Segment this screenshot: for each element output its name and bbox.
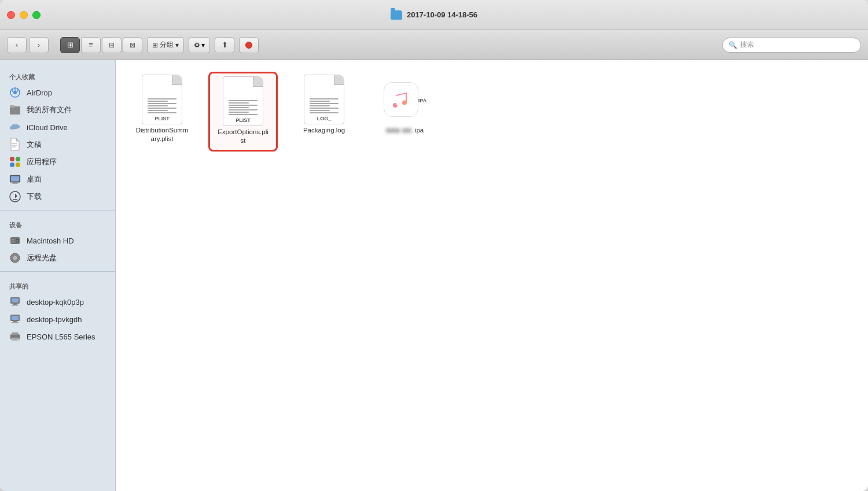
share-icon: ⬆ xyxy=(222,40,228,49)
folder-icon xyxy=(391,10,402,20)
svg-rect-29 xyxy=(12,305,19,306)
airdrop-icon xyxy=(9,87,21,98)
network-icon-2 xyxy=(9,313,21,325)
downloads-label: 下载 xyxy=(27,191,42,202)
minimize-button[interactable] xyxy=(20,11,28,19)
packaging-log-name: Packaging.log xyxy=(303,126,345,135)
svg-rect-32 xyxy=(13,321,17,322)
remote-disc-label: 远程光盘 xyxy=(27,253,57,263)
sidebar-divider-devices xyxy=(0,210,115,211)
icloud-label: iCloud Drive xyxy=(27,123,68,132)
desktop-tpvkgdh-label: desktop-tpvkgdh xyxy=(27,315,82,324)
view-columns-button[interactable]: ⊟ xyxy=(102,37,122,53)
plist-line xyxy=(229,102,249,104)
sidebar-item-applications[interactable]: 应用程序 xyxy=(0,153,115,171)
plist-line xyxy=(310,112,339,113)
distribution-summary-icon-wrapper: PLIST xyxy=(139,76,185,123)
devices-section-label: 设备 xyxy=(0,215,115,232)
svg-rect-36 xyxy=(12,338,19,341)
cover-icon: ⊠ xyxy=(130,41,135,49)
main-content: 个人收藏 AirDrop xyxy=(0,60,868,491)
sidebar-item-all-files[interactable]: 我的所有文件 xyxy=(0,101,115,119)
applications-icon xyxy=(9,156,21,168)
chevron-down-icon: ▾ xyxy=(175,41,179,49)
group-label: 分组 xyxy=(160,40,174,50)
sidebar-item-desktop-tpvkgdh[interactable]: desktop-tpvkgdh xyxy=(0,311,115,328)
file-item-distribution-summary[interactable]: PLIST DistributionSummary.plist xyxy=(127,72,197,152)
plist-line xyxy=(310,103,339,104)
forward-button[interactable]: › xyxy=(29,37,49,53)
view-cover-button[interactable]: ⊠ xyxy=(123,37,142,53)
file-item-ipa[interactable]: IPA ■■■.■■ .ipa xyxy=(370,72,440,152)
svg-rect-33 xyxy=(12,322,19,323)
ipa-icon-wrapper: IPA xyxy=(382,76,428,123)
macintosh-hd-label: Macintosh HD xyxy=(27,237,74,245)
downloads-icon xyxy=(9,191,21,202)
view-grid-button[interactable]: ⊞ xyxy=(60,37,80,53)
back-icon: ‹ xyxy=(16,40,18,49)
share-button[interactable]: ⬆ xyxy=(215,37,234,53)
desktop-icon xyxy=(9,173,21,185)
sidebar-item-documents[interactable]: 文稿 xyxy=(0,136,115,153)
epson-l565-label: EPSON L565 Series xyxy=(27,333,95,341)
documents-label: 文稿 xyxy=(27,139,42,150)
plist-line xyxy=(310,101,330,102)
airdrop-label: AirDrop xyxy=(27,88,52,97)
plist-line xyxy=(148,108,176,109)
sidebar-item-macintosh-hd[interactable]: Macintosh HD xyxy=(0,232,115,249)
tag-button[interactable] xyxy=(239,37,259,53)
view-list-button[interactable]: ≡ xyxy=(81,37,101,53)
plist-lines-2 xyxy=(229,100,258,115)
export-options-name: ExportOptions.plist xyxy=(218,128,269,145)
shared-section-label: 共享的 xyxy=(0,276,115,293)
plist-line xyxy=(310,108,339,109)
hd-icon xyxy=(9,235,21,246)
plist-line xyxy=(310,105,330,106)
plist-line xyxy=(229,112,249,113)
forward-icon: › xyxy=(38,40,40,49)
file-item-export-options[interactable]: PLIST ExportOptions.plist xyxy=(208,72,278,152)
search-bar[interactable]: 🔍 搜索 xyxy=(722,38,861,53)
grid-icon: ⊞ xyxy=(67,40,73,49)
ipa-icon xyxy=(384,82,418,117)
finder-window: 2017-10-09 14-18-56 ‹ › ⊞ ≡ ⊟ ⊠ xyxy=(0,0,868,491)
ipa-name-blurred: ■■■.■■ xyxy=(387,126,412,135)
settings-button[interactable]: ⚙ ▾ xyxy=(189,37,210,53)
sidebar-item-airdrop[interactable]: AirDrop xyxy=(0,84,115,101)
toolbar: ‹ › ⊞ ≡ ⊟ ⊠ ⊞ 分组 ▾ ⚙ xyxy=(0,30,868,60)
svg-rect-28 xyxy=(13,304,17,305)
svg-rect-2 xyxy=(10,106,20,115)
plist-line xyxy=(229,114,258,115)
disc-icon xyxy=(9,252,21,264)
plist-lines-1 xyxy=(148,98,176,113)
svg-point-25 xyxy=(14,257,16,259)
plist-line xyxy=(229,109,258,110)
svg-rect-39 xyxy=(385,83,417,116)
svg-rect-35 xyxy=(12,333,19,335)
log-lines xyxy=(310,98,339,113)
svg-rect-3 xyxy=(10,105,14,108)
all-files-label: 我的所有文件 xyxy=(27,105,72,115)
close-button[interactable] xyxy=(7,11,15,19)
distribution-summary-name: DistributionSummary.plist xyxy=(136,126,189,143)
file-area: PLIST DistributionSummary.plist xyxy=(116,60,868,491)
sidebar-item-desktop-kqk0p3p[interactable]: desktop-kqk0p3p xyxy=(0,293,115,311)
tag-circle-icon xyxy=(245,42,252,49)
printer-icon xyxy=(9,331,21,342)
sidebar-item-desktop[interactable]: 桌面 xyxy=(0,171,115,188)
sidebar-item-remote-disc[interactable]: 远程光盘 xyxy=(0,249,115,267)
sidebar-item-epson-l565[interactable]: EPSON L565 Series xyxy=(0,328,115,345)
search-placeholder: 搜索 xyxy=(740,40,754,50)
back-button[interactable]: ‹ xyxy=(7,37,27,53)
sidebar-item-downloads[interactable]: 下载 xyxy=(0,188,115,205)
plist-line xyxy=(229,107,249,108)
sidebar-item-icloud[interactable]: iCloud Drive xyxy=(0,119,115,136)
svg-point-1 xyxy=(13,91,17,94)
file-item-packaging-log[interactable]: LOG_ Packaging.log xyxy=(289,72,359,152)
log-tag: LOG_ xyxy=(317,116,332,121)
svg-point-10 xyxy=(16,163,20,167)
desktop-label: 桌面 xyxy=(27,174,42,184)
group-dropdown[interactable]: ⊞ 分组 ▾ xyxy=(147,37,184,53)
maximize-button[interactable] xyxy=(32,11,41,19)
ipa-name-suffix: .ipa xyxy=(413,126,424,135)
